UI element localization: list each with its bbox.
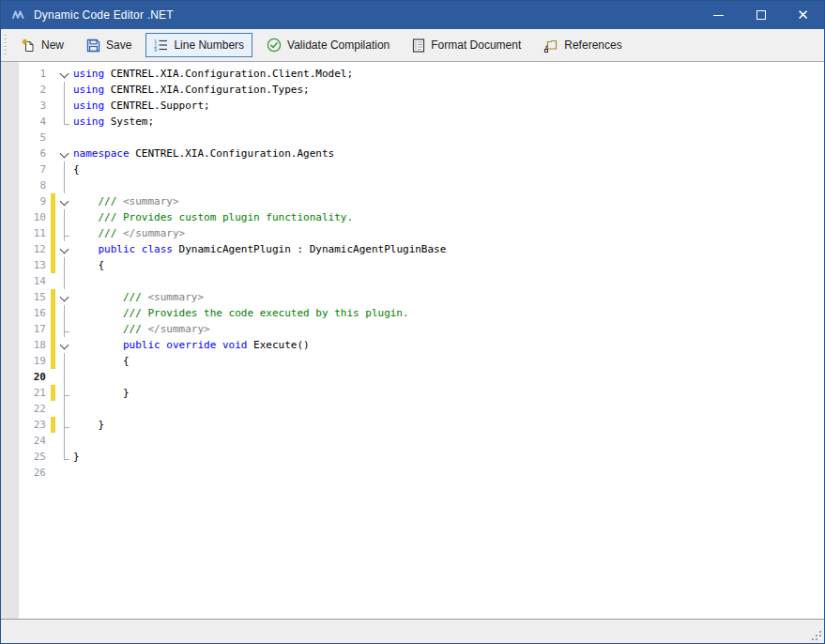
line-number[interactable]: 2: [20, 82, 51, 98]
line-number[interactable]: 25: [20, 449, 51, 465]
code-text[interactable]: [73, 273, 824, 289]
line-number[interactable]: 8: [20, 177, 51, 193]
code-line[interactable]: 16 /// Provides the code executed by thi…: [1, 305, 824, 321]
line-number[interactable]: 26: [20, 465, 51, 481]
code-line[interactable]: 21 }: [1, 385, 824, 401]
code-text[interactable]: }: [73, 449, 824, 465]
save-button-label: Save: [106, 38, 131, 52]
fold-collapse-icon[interactable]: [56, 241, 73, 257]
line-number[interactable]: 14: [20, 273, 51, 289]
code-text[interactable]: /// </summary>: [73, 225, 824, 241]
line-number[interactable]: 5: [20, 130, 51, 146]
code-editor[interactable]: 1using CENTREL.XIA.Configuration.Client.…: [1, 61, 824, 619]
code-text[interactable]: {: [73, 161, 824, 177]
code-line[interactable]: 6namespace CENTREL.XIA.Configuration.Age…: [1, 146, 824, 161]
line-number[interactable]: 18: [20, 337, 51, 353]
line-number[interactable]: 19: [20, 353, 51, 369]
new-button[interactable]: New: [13, 33, 72, 58]
code-text[interactable]: using CENTREL.XIA.Configuration.Client.M…: [73, 66, 824, 82]
maximize-button[interactable]: [740, 1, 782, 29]
line-number[interactable]: 24: [20, 433, 51, 449]
code-text[interactable]: [73, 465, 824, 481]
code-line[interactable]: 12 public class DynamicAgentPlugin : Dyn…: [1, 241, 824, 257]
code-line[interactable]: 19 {: [1, 353, 824, 369]
line-number[interactable]: 9: [20, 193, 51, 209]
code-text[interactable]: /// <summary>: [73, 289, 824, 305]
code-line[interactable]: 8: [1, 177, 824, 193]
line-number[interactable]: 21: [20, 385, 51, 401]
code-text[interactable]: /// </summary>: [73, 321, 824, 337]
line-number[interactable]: 23: [20, 417, 51, 433]
line-number[interactable]: 6: [20, 146, 51, 161]
code-line[interactable]: 4using System;: [1, 114, 824, 130]
line-number[interactable]: 16: [20, 305, 51, 321]
code-line[interactable]: 15 /// <summary>: [1, 289, 824, 305]
code-line[interactable]: 26: [1, 465, 824, 481]
code-text[interactable]: }: [73, 417, 824, 433]
code-text[interactable]: {: [73, 257, 824, 273]
code-text[interactable]: using System;: [73, 114, 824, 130]
code-line[interactable]: 17 /// </summary>: [1, 321, 824, 337]
references-button[interactable]: References: [535, 33, 630, 58]
resize-grip-icon[interactable]: [819, 638, 821, 640]
code-line[interactable]: 20: [1, 369, 824, 385]
code-text[interactable]: [73, 369, 824, 385]
code-text[interactable]: public class DynamicAgentPlugin : Dynami…: [73, 241, 824, 257]
toolbar-gripper[interactable]: [4, 35, 7, 55]
fold-guide: [56, 353, 73, 369]
fold-collapse-icon[interactable]: [56, 66, 73, 82]
code-text[interactable]: /// Provides the code executed by this p…: [73, 305, 824, 321]
line-number[interactable]: 17: [20, 321, 51, 337]
code-line[interactable]: 2using CENTREL.XIA.Configuration.Types;: [1, 82, 824, 98]
code-line[interactable]: 10 /// Provides custom plugin functional…: [1, 209, 824, 225]
fold-collapse-icon[interactable]: [56, 337, 73, 353]
line-number[interactable]: 3: [20, 98, 51, 114]
line-number[interactable]: 15: [20, 289, 51, 305]
fold-collapse-icon[interactable]: [56, 289, 73, 305]
line-number[interactable]: 10: [20, 209, 51, 225]
line-numbers-button[interactable]: 123 Line Numbers: [145, 33, 252, 57]
format-document-button-label: Format Document: [431, 38, 521, 52]
code-line[interactable]: 13 {: [1, 257, 824, 273]
code-line[interactable]: 1using CENTREL.XIA.Configuration.Client.…: [1, 66, 824, 82]
fold-collapse-icon[interactable]: [56, 193, 73, 209]
line-number[interactable]: 1: [20, 66, 51, 82]
title-bar: Dynamic Code Editor .NET ✕: [1, 1, 824, 29]
code-text[interactable]: [73, 401, 824, 417]
code-text[interactable]: /// Provides custom plugin functionality…: [73, 209, 824, 225]
code-text[interactable]: public override void Execute(): [73, 337, 824, 353]
close-button[interactable]: ✕: [782, 1, 824, 29]
code-text[interactable]: /// <summary>: [73, 193, 824, 209]
fold-collapse-icon[interactable]: [56, 146, 73, 161]
code-line[interactable]: 14: [1, 273, 824, 289]
format-document-button[interactable]: Format Document: [404, 33, 529, 58]
code-text[interactable]: using CENTREL.XIA.Configuration.Types;: [73, 82, 824, 98]
code-text[interactable]: [73, 130, 824, 146]
validate-compilation-button[interactable]: Validate Compilation: [258, 32, 398, 58]
code-text[interactable]: }: [73, 385, 824, 401]
code-line[interactable]: 9 /// <summary>: [1, 193, 824, 209]
line-number[interactable]: 4: [20, 114, 51, 130]
code-text[interactable]: [73, 433, 824, 449]
code-line[interactable]: 24: [1, 433, 824, 449]
code-line[interactable]: 7{: [1, 161, 824, 177]
line-number[interactable]: 12: [20, 241, 51, 257]
code-line[interactable]: 11 /// </summary>: [1, 225, 824, 241]
save-button[interactable]: Save: [78, 33, 140, 58]
code-line[interactable]: 25}: [1, 449, 824, 465]
minimize-button[interactable]: [697, 1, 740, 29]
code-line[interactable]: 3using CENTREL.Support;: [1, 98, 824, 114]
code-text[interactable]: [73, 177, 824, 193]
code-line[interactable]: 5: [1, 130, 824, 146]
line-number[interactable]: 22: [20, 401, 51, 417]
line-number[interactable]: 7: [20, 161, 51, 177]
line-number[interactable]: 13: [20, 257, 51, 273]
line-number[interactable]: 11: [20, 225, 51, 241]
code-line[interactable]: 18 public override void Execute(): [1, 337, 824, 353]
line-number[interactable]: 20: [20, 369, 51, 385]
code-text[interactable]: using CENTREL.Support;: [73, 98, 824, 114]
code-line[interactable]: 23 }: [1, 417, 824, 433]
code-text[interactable]: namespace CENTREL.XIA.Configuration.Agen…: [73, 146, 824, 161]
code-text[interactable]: {: [73, 353, 824, 369]
code-line[interactable]: 22: [1, 401, 824, 417]
